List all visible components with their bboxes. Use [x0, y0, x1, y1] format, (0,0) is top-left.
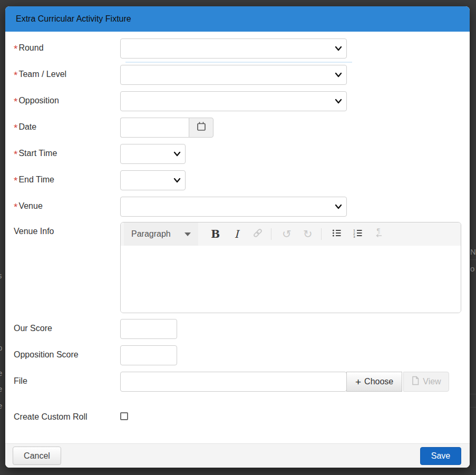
dialog-header: Extra Curricular Activity Fixture — [5, 6, 470, 32]
dimmed-page-text: s — [0, 272, 2, 279]
editor-toolbar: Paragraph B I — [121, 222, 461, 246]
dimmed-page-text: e — [0, 369, 2, 377]
required-asterisk: * — [14, 96, 17, 108]
numbered-list-button[interactable]: 1 2 3 — [349, 225, 367, 243]
field-row-our-score: Our Score — [14, 319, 461, 339]
required-asterisk: * — [14, 43, 17, 55]
paragraph-style-dropdown[interactable]: Paragraph — [124, 222, 198, 246]
paragraph-direction-button[interactable]: ¶ — [370, 225, 388, 243]
field-row-create-custom-roll: Create Custom Roll — [14, 408, 461, 422]
file-view-label: View — [423, 377, 441, 386]
dimmed-page-divider — [470, 407, 476, 408]
our-score-input[interactable] — [120, 319, 177, 339]
save-button[interactable]: Save — [420, 447, 461, 465]
end-time-select[interactable] — [120, 170, 186, 190]
required-asterisk: * — [14, 70, 17, 81]
link-button[interactable] — [249, 225, 267, 243]
dimmed-page-divider — [470, 394, 476, 394]
bold-button[interactable]: B — [207, 225, 225, 243]
end-time-label: * End Time — [14, 170, 120, 187]
svg-text:3: 3 — [353, 235, 355, 238]
numbered-list-icon: 1 2 3 — [353, 228, 363, 240]
bullet-list-icon — [332, 228, 342, 240]
date-input[interactable] — [120, 118, 189, 138]
round-select[interactable] — [120, 38, 347, 59]
field-row-round: * Round — [14, 38, 461, 59]
bold-icon: B — [211, 228, 220, 240]
dimmed-page-divider — [470, 259, 476, 260]
select-focus-glow — [125, 62, 352, 63]
our-score-label: Our Score — [14, 319, 120, 333]
dialog-footer: Cancel Save — [5, 443, 470, 468]
file-label-text: File — [14, 376, 27, 386]
start-time-label: * Start Time — [14, 144, 120, 160]
venue-label-text: Venue — [18, 201, 42, 211]
dropdown-arrow-icon — [184, 232, 191, 236]
undo-button[interactable]: ↺ — [278, 225, 296, 243]
redo-button[interactable]: ↻ — [299, 225, 317, 243]
fixture-dialog: Extra Curricular Activity Fixture * Roun… — [5, 6, 470, 468]
italic-button[interactable]: I — [228, 225, 246, 243]
document-icon — [411, 376, 420, 387]
dialog-title: Extra Curricular Activity Fixture — [16, 14, 131, 24]
date-label: * Date — [14, 118, 120, 134]
file-choose-label: Choose — [364, 377, 393, 386]
venue-label: * Venue — [14, 197, 120, 213]
round-label: * Round — [14, 38, 120, 55]
calendar-icon — [196, 121, 207, 134]
redo-icon: ↻ — [303, 228, 313, 240]
file-view-button[interactable]: View — [403, 372, 449, 392]
file-choose-button[interactable]: + Choose — [346, 372, 402, 392]
required-asterisk: * — [14, 175, 17, 187]
dimmed-page-text: p — [0, 344, 2, 352]
start-time-label-text: Start Time — [18, 149, 57, 158]
required-asterisk: * — [14, 149, 17, 160]
field-row-venue: * Venue — [14, 197, 461, 217]
cancel-button[interactable]: Cancel — [13, 447, 61, 465]
end-time-label-text: End Time — [18, 175, 54, 185]
field-row-opposition: * Opposition — [14, 91, 461, 111]
bullet-list-button[interactable] — [328, 225, 346, 243]
date-label-text: Date — [18, 122, 36, 132]
field-row-date: * Date — [14, 118, 461, 138]
file-label: File — [14, 372, 120, 386]
required-asterisk: * — [14, 201, 17, 213]
venue-info-label-text: Venue Info — [14, 227, 54, 236]
link-icon — [252, 228, 263, 240]
field-row-file: File + Choose View — [14, 372, 461, 392]
svg-text:¶: ¶ — [376, 228, 381, 235]
team-level-label-text: Team / Level — [18, 70, 66, 79]
opposition-score-input[interactable] — [120, 345, 177, 365]
dialog-body: * Round * Team / Level — [5, 32, 470, 443]
create-custom-roll-checkbox[interactable] — [120, 412, 128, 420]
dimmed-page-text: e — [0, 402, 2, 410]
create-custom-roll-label-text: Create Custom Roll — [14, 412, 88, 422]
venue-select[interactable] — [120, 197, 347, 217]
opposition-score-label-text: Opposition Score — [14, 350, 79, 360]
venue-info-label: Venue Info — [14, 222, 120, 236]
paragraph-direction-icon: ¶ — [374, 228, 384, 240]
field-row-team-level: * Team / Level — [14, 65, 461, 85]
italic-icon: I — [235, 228, 239, 240]
round-label-text: Round — [18, 43, 43, 53]
dimmed-page-text: e — [0, 385, 2, 393]
plus-icon: + — [355, 377, 361, 387]
toolbar-separator — [321, 228, 322, 240]
opposition-select[interactable] — [120, 91, 347, 111]
field-row-end-time: * End Time — [14, 170, 461, 190]
venue-info-editor: Paragraph B I — [120, 222, 461, 313]
team-level-label: * Team / Level — [14, 65, 120, 81]
create-custom-roll-label: Create Custom Roll — [14, 408, 120, 422]
opposition-score-label: Opposition Score — [14, 345, 120, 360]
start-time-select[interactable] — [120, 144, 186, 164]
paragraph-style-label: Paragraph — [131, 229, 171, 239]
file-name-input[interactable] — [120, 372, 347, 392]
opposition-label-text: Opposition — [18, 96, 59, 105]
date-picker-button[interactable] — [189, 118, 213, 138]
dimmed-page-text: o — [470, 265, 474, 273]
field-row-start-time: * Start Time — [14, 144, 461, 164]
venue-info-textarea[interactable] — [121, 246, 461, 313]
field-row-opposition-score: Opposition Score — [14, 345, 461, 365]
team-level-select[interactable] — [120, 65, 347, 85]
opposition-label: * Opposition — [14, 91, 120, 108]
